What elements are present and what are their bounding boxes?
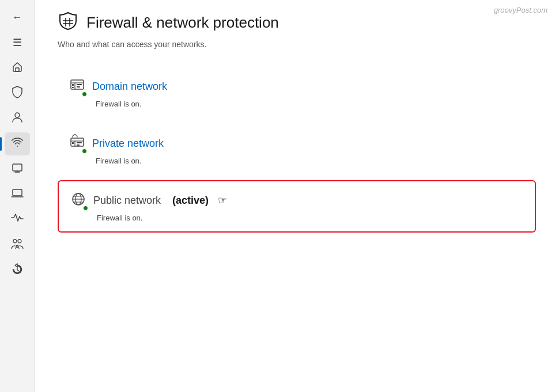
page-title: Firewall & network protection (86, 14, 279, 32)
public-network-status: Firewall is on. (70, 214, 523, 222)
sidebar-item-family[interactable] (5, 234, 30, 257)
domain-network-icon (69, 77, 85, 96)
svg-rect-15 (77, 86, 80, 87)
public-network-icon (70, 191, 86, 210)
svg-rect-19 (72, 142, 74, 144)
public-network-header: Public network (active) ☞ (70, 191, 523, 210)
svg-point-1 (15, 113, 20, 117)
svg-rect-20 (77, 142, 82, 143)
svg-point-7 (18, 239, 21, 243)
private-network-icon (69, 134, 85, 153)
sidebar-item-laptop[interactable] (5, 183, 30, 206)
sidebar-item-network[interactable] (5, 132, 30, 155)
sidebar-item-account[interactable] (5, 107, 30, 130)
domain-network-item[interactable]: Domain network Firewall is on. (58, 66, 536, 119)
sidebar-item-history[interactable] (5, 259, 30, 282)
shield-icon (12, 86, 23, 101)
private-status-dot (82, 149, 87, 154)
page-header: Firewall & network protection (58, 12, 536, 34)
public-network-item[interactable]: Public network (active) ☞ Firewall is on… (58, 180, 536, 233)
svg-point-6 (13, 239, 17, 243)
sidebar: ← ☰ (0, 0, 35, 392)
public-network-title: Public network (93, 195, 161, 207)
history-icon (11, 263, 24, 279)
domain-network-header: Domain network (69, 77, 524, 96)
private-network-title[interactable]: Private network (92, 138, 164, 150)
sidebar-item-home[interactable] (5, 56, 30, 79)
private-network-header: Private network (69, 134, 524, 153)
domain-status-dot (82, 92, 87, 97)
page-subtitle: Who and what can access your networks. (58, 40, 536, 49)
menu-icon: ☰ (13, 36, 22, 49)
family-icon (10, 238, 24, 253)
sidebar-item-apps[interactable] (5, 158, 30, 181)
sidebar-item-shield[interactable] (5, 82, 30, 105)
svg-rect-0 (16, 68, 19, 71)
svg-rect-13 (72, 87, 74, 88)
watermark: groovyPost.com (494, 6, 547, 14)
svg-rect-21 (77, 144, 80, 146)
domain-network-title[interactable]: Domain network (92, 81, 167, 93)
public-status-dot (83, 205, 88, 211)
sidebar-item-health[interactable] (5, 208, 30, 231)
main-content: groovyPost.com Firewall & network protec… (35, 0, 559, 392)
cursor-pointer: ☞ (218, 194, 227, 207)
private-network-item[interactable]: Private network Firewall is on. (58, 123, 536, 176)
laptop-icon (11, 188, 24, 201)
sidebar-item-menu[interactable]: ☰ (5, 31, 30, 54)
svg-rect-12 (72, 84, 74, 86)
private-network-status: Firewall is on. (69, 157, 524, 165)
network-icon (11, 138, 24, 151)
sidebar-item-back[interactable]: ← (5, 6, 30, 29)
public-active-badge: (active) (172, 195, 209, 207)
apps-icon (12, 162, 23, 177)
firewall-header-icon (58, 12, 78, 34)
home-icon (12, 61, 23, 75)
account-icon (12, 111, 23, 127)
svg-rect-2 (13, 164, 22, 171)
domain-network-status: Firewall is on. (69, 100, 524, 108)
svg-rect-5 (13, 189, 22, 196)
svg-rect-14 (77, 84, 82, 85)
back-icon: ← (12, 12, 22, 24)
health-icon (11, 213, 24, 227)
